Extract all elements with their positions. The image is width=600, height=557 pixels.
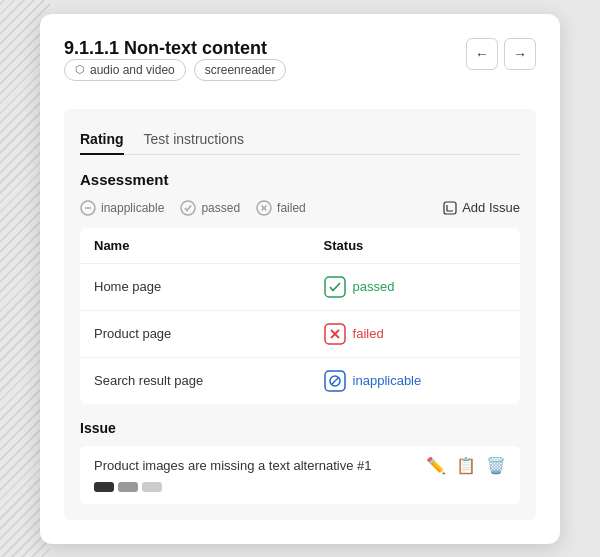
table-header-row: Name Status (80, 228, 520, 264)
card-title: 9.1.1.1 Non-text content (64, 38, 286, 59)
table-row: Product page failed (80, 310, 520, 357)
indicator-3 (142, 482, 162, 492)
legend-failed: failed (256, 200, 306, 216)
tag-label: screenreader (205, 63, 276, 77)
tags-container: ⬡ audio and video screenreader (64, 59, 286, 81)
legend-inapplicable-label: inapplicable (101, 201, 164, 215)
legend-passed: passed (180, 200, 240, 216)
nav-back-button[interactable]: ← (466, 38, 498, 70)
svg-rect-6 (444, 202, 456, 214)
status-label-failed: failed (353, 326, 384, 341)
tag-icon: ⬡ (75, 63, 85, 76)
col-name: Name (80, 228, 310, 264)
status-label-passed: passed (353, 279, 395, 294)
nav-buttons: ← → (466, 38, 536, 70)
svg-rect-7 (325, 277, 345, 297)
inner-panel: Rating Test instructions Assessment inap… (64, 109, 536, 520)
status-cell-failed: failed (324, 323, 506, 345)
row-name: Home page (80, 263, 310, 310)
assessment-table: Name Status Home page passed (80, 228, 520, 404)
table-row: Search result page inapplicable (80, 357, 520, 404)
card-title-area: 9.1.1.1 Non-text content ⬡ audio and vid… (64, 38, 286, 97)
tab-rating[interactable]: Rating (80, 125, 124, 155)
failed-icon (256, 200, 272, 216)
legend-inapplicable: inapplicable (80, 200, 164, 216)
status-failed-icon (324, 323, 346, 345)
row-name: Search result page (80, 357, 310, 404)
row-status: inapplicable (310, 357, 520, 404)
nav-forward-button[interactable]: → (504, 38, 536, 70)
status-label-inapplicable: inapplicable (353, 373, 422, 388)
row-name: Product page (80, 310, 310, 357)
issue-item: Product images are missing a text altern… (80, 446, 520, 504)
card-header: 9.1.1.1 Non-text content ⬡ audio and vid… (64, 38, 536, 97)
svg-line-13 (331, 377, 338, 384)
issue-section: Issue Product images are missing a text … (80, 420, 520, 504)
inapplicable-icon (80, 200, 96, 216)
add-issue-icon (443, 201, 457, 215)
tag-label: audio and video (90, 63, 175, 77)
col-status: Status (310, 228, 520, 264)
legend-passed-label: passed (201, 201, 240, 215)
svg-point-2 (181, 201, 195, 215)
add-issue-button[interactable]: Add Issue (443, 200, 520, 215)
tag-screenreader: screenreader (194, 59, 287, 81)
row-status: failed (310, 310, 520, 357)
copy-issue-button[interactable]: 📋 (456, 458, 476, 474)
main-card: 9.1.1.1 Non-text content ⬡ audio and vid… (40, 14, 560, 544)
table-row: Home page passed (80, 263, 520, 310)
issue-item-label: Product images are missing a text altern… (94, 458, 371, 473)
issue-section-title: Issue (80, 420, 520, 436)
edit-issue-button[interactable]: ✏️ (426, 458, 446, 474)
status-cell-passed: passed (324, 276, 506, 298)
indicator-2 (118, 482, 138, 492)
tag-audio-video: ⬡ audio and video (64, 59, 186, 81)
tab-test-instructions[interactable]: Test instructions (144, 125, 244, 155)
status-inapplicable-icon (324, 370, 346, 392)
issue-item-header: Product images are missing a text altern… (94, 458, 506, 474)
row-status: passed (310, 263, 520, 310)
status-passed-icon (324, 276, 346, 298)
add-issue-label: Add Issue (462, 200, 520, 215)
issue-indicators (94, 482, 506, 492)
issue-actions: ✏️ 📋 🗑️ (426, 458, 506, 474)
tabs-container: Rating Test instructions (80, 125, 520, 155)
status-cell-inapplicable: inapplicable (324, 370, 506, 392)
assessment-title: Assessment (80, 171, 520, 188)
indicator-1 (94, 482, 114, 492)
delete-issue-button[interactable]: 🗑️ (486, 458, 506, 474)
passed-icon (180, 200, 196, 216)
legend-failed-label: failed (277, 201, 306, 215)
legend-row: inapplicable passed failed (80, 200, 520, 216)
